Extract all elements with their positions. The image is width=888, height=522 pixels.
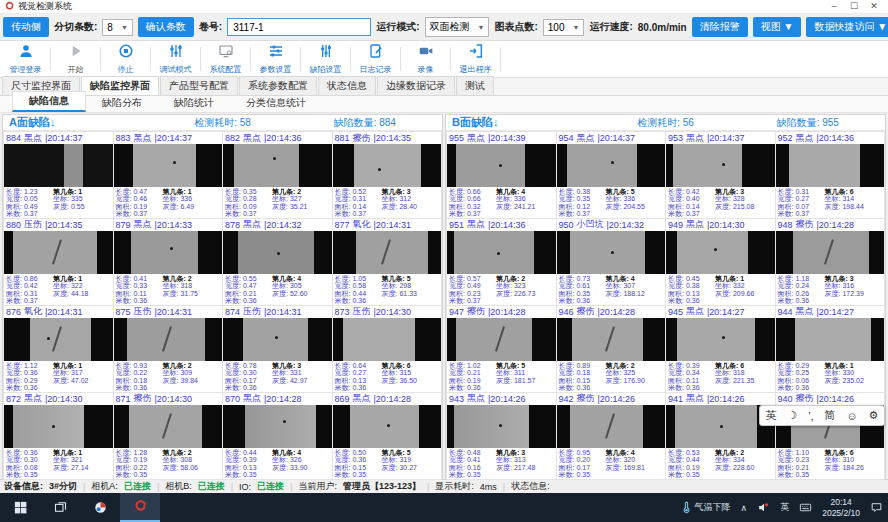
defect-cell[interactable]: 943 黑点 |20:14:26 长度:0.48 宽度:0.41 面积:0.16…	[447, 393, 556, 479]
maximize-button[interactable]: ☐	[844, 0, 864, 13]
defect-cell[interactable]: 952 黑点 |20:14:36 长度:0.31 宽度:0.27 面积:0.07…	[776, 132, 885, 218]
defect-type: 黑点	[686, 306, 704, 318]
sub-tab-0[interactable]: 缺陷信息	[12, 91, 86, 112]
sub-tab-1[interactable]: 缺陷分布	[86, 94, 158, 112]
action-monitor-button[interactable]: 系统配置	[202, 41, 249, 77]
defect-cell[interactable]: 869 黑点 |20:14:28 长度:0.50 宽度:0.36 面积:0.15…	[333, 393, 442, 479]
ime-settings-icon[interactable]: ⚙	[869, 409, 879, 422]
minimize-button[interactable]: –	[824, 0, 844, 13]
defect-cell[interactable]: 942 擦伤 |20:14:26 长度:0.95 宽度:0.20 面积:0.17…	[557, 393, 666, 479]
defect-time: |20:14:36	[264, 133, 301, 143]
main-tab-1[interactable]: 缺陷监控界面	[81, 76, 159, 95]
sub-tab-2[interactable]: 缺陷统计	[158, 94, 230, 112]
defect-cell[interactable]: 870 黑点 |20:14:28 长度:0.44 宽度:0.39 面积:0.13…	[223, 393, 332, 479]
defect-cell[interactable]: 884 黑点 |20:14:37 长度:1.23 宽度:0.05 面积:0.49…	[4, 132, 113, 218]
tray-expand-button[interactable]: ∧	[736, 493, 753, 522]
view-menu-button[interactable]: 视图 ▼	[753, 17, 802, 37]
ime-lang-en[interactable]: 英	[765, 408, 776, 423]
defect-cell[interactable]: 944 黑点 |20:14:27 长度:0.29 宽度:0.25 面积:0.06…	[776, 306, 885, 392]
drive-side-button[interactable]: 传动侧	[3, 17, 49, 37]
defect-cell[interactable]: 881 擦伤 |20:14:35 长度:0.52 宽度:0.31 面积:0.14…	[333, 132, 442, 218]
clear-alarm-button[interactable]: 清除报警	[692, 17, 748, 37]
taskbar-clock[interactable]: 20:14 2025/2/10	[817, 493, 865, 522]
action-log-button[interactable]: 日志记录	[352, 41, 399, 77]
action-play-button[interactable]: 开始	[52, 41, 99, 77]
run-mode-select[interactable]: 双面检测▼	[425, 17, 490, 37]
defect-cell[interactable]: 878 黑点 |20:14:32 长度:0.55 宽度:0.47 面积:0.21…	[223, 219, 332, 305]
roll-number-input[interactable]	[227, 18, 371, 36]
defect-cell[interactable]: 879 黑点 |20:14:33 长度:0.41 宽度:0.33 面积:0.11…	[114, 219, 223, 305]
defect-cell[interactable]: 875 压伤 |20:14:31 长度:0.93 宽度:0.22 面积:0.18…	[114, 306, 223, 392]
action-camera-button[interactable]: 录像	[402, 41, 449, 77]
data-quick-access-button[interactable]: 数据快捷访问 ▼	[806, 17, 888, 37]
input-language-button[interactable]: 英	[775, 493, 794, 522]
defect-type: 氧化	[24, 306, 42, 318]
main-tab-3[interactable]: 系统参数配置	[239, 76, 317, 95]
defect-scratch-mark	[824, 239, 834, 264]
defect-cell[interactable]: 954 黑点 |20:14:37 长度:0.38 宽度:0.35 面积:0.12…	[557, 132, 666, 218]
defect-cell[interactable]: 872 黑点 |20:14:30 长度:0.36 宽度:0.30 面积:0.08…	[4, 393, 113, 479]
volume-button[interactable]	[752, 493, 775, 522]
touch-keyboard-button[interactable]	[794, 493, 817, 522]
defect-cell-header: 879 黑点 |20:14:33	[114, 219, 223, 231]
defect-cell[interactable]: 948 擦伤 |20:14:28 长度:1.18 宽度:0.24 面积:0.26…	[776, 219, 885, 305]
defect-cell[interactable]: 873 压伤 |20:14:30 长度:0.64 宽度:0.27 面积:0.13…	[333, 306, 442, 392]
defect-cell[interactable]: 946 擦伤 |20:14:28 长度:0.89 宽度:0.18 面积:0.15…	[557, 306, 666, 392]
action-defect-sliders-button[interactable]: 缺陷设置	[302, 41, 349, 77]
chart-points-label: 图表点数:	[494, 20, 537, 34]
sub-tab-3[interactable]: 分类信息统计	[230, 94, 322, 112]
weather-widget[interactable]: 气温下降	[675, 493, 736, 522]
ime-simplified[interactable]: 简	[825, 408, 836, 423]
defect-mark	[47, 337, 50, 340]
defect-time: |20:14:28	[264, 394, 301, 404]
pinned-app-button[interactable]	[80, 493, 120, 522]
slit-count-select[interactable]: 8▼	[102, 19, 133, 36]
defect-cell[interactable]: 874 压伤 |20:14:31 长度:0.78 宽度:0.30 面积:0.17…	[223, 306, 332, 392]
active-app-button[interactable]	[120, 493, 160, 522]
task-view-button[interactable]	[40, 493, 80, 522]
defect-cell[interactable]: 955 黑点 |20:14:39 长度:0.66 宽度:0.66 面积:0.32…	[447, 132, 556, 218]
defect-info: 长度:1.10 宽度:0.23 面积:0.21 米数:0.35 第几条:6 坐标…	[776, 448, 885, 479]
defect-image	[776, 144, 885, 187]
speaker-icon	[757, 501, 770, 514]
defect-cell[interactable]: 877 氧化 |20:14:31 长度:1.05 宽度:0.58 面积:0.44…	[333, 219, 442, 305]
defect-cell[interactable]: 951 黑点 |20:14:36 长度:0.57 宽度:0.49 面积:0.23…	[447, 219, 556, 305]
panel-a-title[interactable]: A面缺陷↓	[9, 115, 151, 130]
defect-cell-header: 875 压伤 |20:14:31	[114, 306, 223, 318]
defect-time: |20:14:37	[598, 133, 635, 143]
defect-cell[interactable]: 945 黑点 |20:14:27 长度:0.39 宽度:0.34 面积:0.11…	[666, 306, 775, 392]
action-stop-button[interactable]: 停止	[102, 41, 149, 77]
main-tab-5[interactable]: 边缘数据记录	[377, 76, 455, 95]
defect-mark	[611, 161, 614, 164]
ime-emoji-icon[interactable]: ☺	[846, 410, 857, 422]
main-tab-4[interactable]: 状态信息	[318, 76, 376, 95]
action-params-sliders-button[interactable]: 参数设置	[252, 41, 299, 77]
ime-halfwidth-icon[interactable]: ☽	[787, 409, 797, 422]
defect-cell-header: 948 擦伤 |20:14:28	[776, 219, 885, 231]
defect-cell[interactable]: 949 黑点 |20:14:30 长度:0.45 宽度:0.38 面积:0.13…	[666, 219, 775, 305]
action-center-button[interactable]	[865, 493, 888, 522]
start-button[interactable]	[0, 493, 40, 522]
action-exit-button[interactable]: 退出程序	[452, 41, 499, 77]
defect-cell[interactable]: 883 黑点 |20:14:37 长度:0.47 宽度:0.46 面积:0.19…	[114, 132, 223, 218]
main-tab-2[interactable]: 产品型号配置	[160, 76, 238, 95]
defect-cell[interactable]: 950 小凹坑 |20:14:32 长度:0.73 宽度:0.61 面积:0.3…	[557, 219, 666, 305]
defect-cell[interactable]: 882 黑点 |20:14:36 长度:0.35 宽度:0.28 面积:0.09…	[223, 132, 332, 218]
defect-cell-header: 869 黑点 |20:14:28	[333, 393, 442, 405]
defect-cell[interactable]: 941 黑点 |20:14:26 长度:0.53 宽度:0.44 面积:0.19…	[666, 393, 775, 479]
panel-b-title[interactable]: B面缺陷↓	[452, 115, 594, 130]
action-user-button[interactable]: 管理登录	[2, 41, 49, 77]
defect-cell[interactable]: 953 黑点 |20:14:37 长度:0.42 宽度:0.40 面积:0.14…	[666, 132, 775, 218]
ime-punct-icon[interactable]: ’,	[808, 410, 814, 422]
main-tab-6[interactable]: 测试	[456, 76, 494, 95]
confirm-count-button[interactable]: 确认条数	[138, 17, 194, 37]
defect-cell-header: 876 氧化 |20:14:31	[4, 306, 113, 318]
close-button[interactable]: ✕	[864, 0, 884, 13]
action-debug-sliders-button[interactable]: 调试模式	[152, 41, 199, 77]
defect-cell[interactable]: 880 压伤 |20:14:35 长度:0.86 宽度:0.42 面积:0.31…	[4, 219, 113, 305]
defect-type: 黑点	[467, 219, 485, 231]
defect-cell[interactable]: 871 擦伤 |20:14:30 长度:1.28 宽度:0.19 面积:0.22…	[114, 393, 223, 479]
defect-cell[interactable]: 876 氧化 |20:14:31 长度:1.12 宽度:0.36 面积:0.29…	[4, 306, 113, 392]
defect-cell[interactable]: 947 擦伤 |20:14:28 长度:1.02 宽度:0.21 面积:0.19…	[447, 306, 556, 392]
chart-points-select[interactable]: 100▼	[543, 19, 585, 36]
